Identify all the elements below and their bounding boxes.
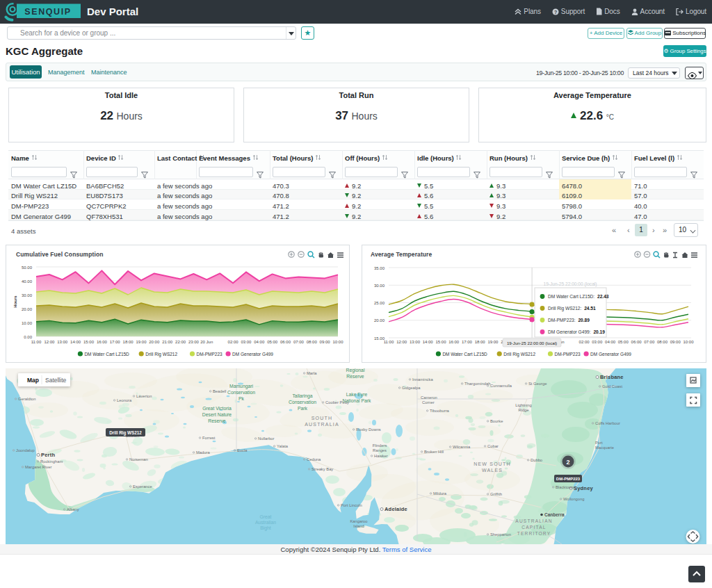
svg-text:02:00: 02:00 — [228, 340, 239, 344]
svg-text:Joondalup: Joondalup — [16, 448, 35, 452]
svg-text:20:00: 20:00 — [149, 340, 160, 344]
svg-text:Bourke: Bourke — [490, 419, 503, 423]
svg-text:14:00: 14:00 — [423, 340, 434, 344]
svg-text:Esperance: Esperance — [133, 484, 152, 489]
svg-text:17:00: 17:00 — [110, 340, 121, 344]
svg-text:Desert Nature: Desert Nature — [202, 412, 232, 417]
svg-text:Great Victoria: Great Victoria — [202, 406, 232, 411]
svg-text:Griffith: Griffith — [490, 492, 502, 496]
svg-text:Drill Rig WS212: 24.51: Drill Rig WS212: 24.51 — [548, 306, 596, 311]
svg-text:25.00: 25.00 — [374, 301, 385, 305]
svg-text:Shepparton: Shepparton — [490, 532, 511, 537]
svg-text:Lightning: Lightning — [515, 403, 532, 407]
svg-text:Forrest: Forrest — [202, 436, 216, 440]
svg-text:19-Jun-25 22:00:00 (local): 19-Jun-25 22:00:00 (local) — [507, 341, 557, 345]
svg-text:Cobar: Cobar — [487, 444, 499, 448]
svg-text:Port Lincoln: Port Lincoln — [341, 503, 362, 507]
svg-text:Streaky Bay: Streaky Bay — [312, 467, 333, 471]
svg-text:05:00: 05:00 — [618, 340, 629, 344]
svg-text:Eucla: Eucla — [237, 448, 248, 452]
svg-text:12:00: 12:00 — [44, 340, 55, 344]
svg-text:TERRITORY: TERRITORY — [517, 531, 551, 536]
svg-text:Island: Island — [353, 524, 364, 528]
svg-text:Rockingham: Rockingham — [40, 459, 63, 464]
svg-text:Mildura: Mildura — [433, 491, 447, 496]
svg-text:30.00: 30.00 — [374, 284, 385, 288]
svg-text:18:00: 18:00 — [123, 340, 134, 344]
svg-text:Coffs Harbour: Coffs Harbour — [595, 421, 620, 425]
svg-text:19:00: 19:00 — [136, 340, 147, 344]
svg-text:10:00: 10:00 — [332, 340, 343, 344]
svg-text:02:00: 02:00 — [579, 340, 590, 344]
svg-text:06:00: 06:00 — [280, 340, 291, 344]
svg-text:Corner: Corner — [422, 400, 435, 405]
svg-text:SOUTH: SOUTH — [312, 416, 333, 420]
svg-text:DM Water Cart LZ15D: 22.43: DM Water Cart LZ15D: 22.43 — [548, 294, 609, 299]
svg-text:Australian: Australian — [255, 520, 276, 525]
svg-text:DM-PMP223: DM-PMP223 — [556, 477, 581, 481]
svg-text:SENQUIP: SENQUIP — [24, 7, 71, 17]
svg-text:04:00: 04:00 — [254, 340, 265, 344]
svg-text:Drill Rig WS212: Drill Rig WS212 — [109, 430, 142, 436]
svg-text:40.00: 40.00 — [22, 279, 33, 284]
svg-text:Port: Port — [595, 441, 603, 445]
svg-text:10.00: 10.00 — [22, 321, 33, 325]
svg-text:11:00: 11:00 — [31, 340, 42, 344]
svg-text:08:00: 08:00 — [307, 340, 318, 344]
svg-text:Sydney: Sydney — [574, 485, 594, 491]
svg-text:CAPITAL: CAPITAL — [521, 525, 546, 530]
svg-text:Hawker: Hawker — [374, 454, 388, 458]
svg-text:AUSTRALIA: AUSTRALIA — [305, 422, 339, 427]
svg-text:15:00: 15:00 — [83, 340, 95, 344]
svg-text:Cunnamulla: Cunnamulla — [490, 384, 512, 388]
svg-text:DM Generator G499: DM Generator G499 — [232, 352, 273, 357]
svg-text:Canberra: Canberra — [544, 512, 565, 517]
svg-text:Gidgealpa: Gidgealpa — [402, 386, 421, 390]
svg-text:17:00: 17:00 — [462, 340, 473, 344]
svg-text:07:00: 07:00 — [293, 340, 305, 344]
svg-text:11:00: 11:00 — [384, 340, 394, 344]
svg-text:50.00: 50.00 — [22, 266, 33, 270]
svg-text:Leonora: Leonora — [117, 398, 132, 402]
svg-text:AUSTRALIAN: AUSTRALIAN — [515, 518, 552, 523]
svg-text:09:00: 09:00 — [670, 340, 681, 344]
svg-text:16:00: 16:00 — [97, 340, 108, 344]
svg-text:National Park: National Park — [343, 398, 371, 403]
svg-text:03:00: 03:00 — [241, 340, 252, 344]
svg-text:Blacktown: Blacktown — [556, 485, 574, 489]
svg-text:30.00: 30.00 — [22, 293, 33, 297]
svg-text:Average Temperature: Average Temperature — [371, 251, 432, 258]
svg-text:Regional: Regional — [346, 368, 365, 373]
svg-text:DM Generator G499: DM Generator G499 — [590, 352, 631, 357]
svg-text:DM Water Cart LZ15D: DM Water Cart LZ15D — [84, 352, 129, 357]
svg-text:Flinders: Flinders — [373, 443, 387, 448]
svg-text:Kangaroo: Kangaroo — [350, 519, 367, 523]
svg-text:Satellite: Satellite — [45, 377, 67, 384]
svg-text:19:00: 19:00 — [487, 340, 499, 344]
svg-text:20.00: 20.00 — [22, 307, 33, 311]
svg-text:0.00: 0.00 — [24, 335, 32, 339]
svg-text:Madura: Madura — [196, 450, 210, 455]
svg-text:WALES: WALES — [482, 468, 503, 473]
svg-text:Macquarie: Macquarie — [595, 446, 614, 450]
svg-text:15:00: 15:00 — [435, 340, 446, 344]
svg-text:Tallaringa: Tallaringa — [292, 393, 312, 399]
svg-text:Drill Rig WS212: Drill Rig WS212 — [145, 352, 177, 357]
svg-text:Norseman: Norseman — [129, 457, 148, 462]
svg-text:Conservation: Conservation — [227, 390, 255, 395]
svg-text:Margaret River: Margaret River — [25, 465, 51, 469]
svg-text:12:00: 12:00 — [396, 340, 407, 344]
svg-text:22:00: 22:00 — [175, 340, 186, 344]
svg-text:10:00: 10:00 — [683, 340, 694, 344]
svg-text:Reserve: Reserve — [208, 418, 226, 423]
svg-text:13:00: 13:00 — [57, 340, 68, 344]
svg-text:Brisbane: Brisbane — [600, 374, 624, 380]
svg-text:Roxby Downs: Roxby Downs — [356, 427, 381, 432]
svg-text:20.00: 20.00 — [374, 318, 385, 322]
svg-text:16:00: 16:00 — [448, 340, 460, 344]
svg-text:DM-PMP223: 20.89: DM-PMP223: 20.89 — [548, 318, 590, 322]
svg-text:09:00: 09:00 — [320, 340, 331, 344]
svg-text:St George: St George — [528, 382, 547, 386]
svg-text:Pk: Pk — [238, 396, 245, 401]
svg-text:05:00: 05:00 — [267, 340, 278, 344]
